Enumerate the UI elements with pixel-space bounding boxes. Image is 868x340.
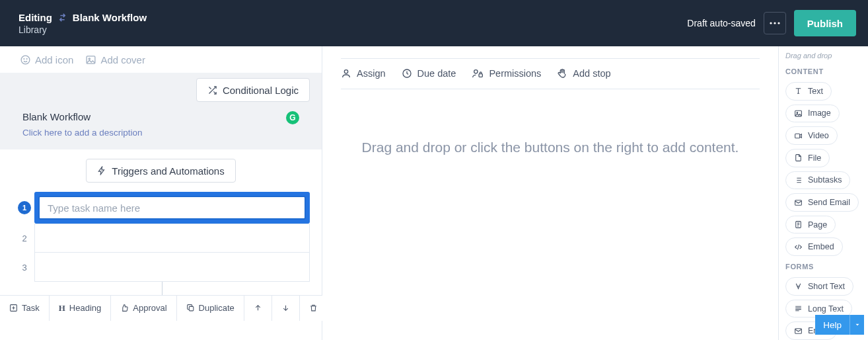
add-icon-button[interactable]: Add icon <box>20 54 73 65</box>
arrow-down-icon <box>281 304 290 312</box>
chip-label: Video <box>808 131 829 140</box>
triggers-label: Triggers and Automations <box>112 165 224 177</box>
permissions-label: Permissions <box>489 68 541 79</box>
workflow-description-placeholder[interactable]: Click here to add a description <box>22 128 310 138</box>
swap-icon <box>57 13 67 22</box>
conditional-logic-button[interactable]: Conditional Logic <box>196 78 310 102</box>
svg-point-3 <box>21 56 30 64</box>
chip-label: Image <box>808 108 831 118</box>
help-button[interactable]: Help <box>815 315 850 335</box>
chip-label: Embed <box>808 242 834 251</box>
widget-send-email[interactable]: Send Email <box>785 193 859 212</box>
chip-label: Short Text <box>808 282 845 291</box>
svg-point-7 <box>89 58 90 59</box>
publish-button[interactable]: Publish <box>794 10 856 36</box>
chevron-down-icon <box>854 321 861 328</box>
long-text-icon <box>794 304 803 313</box>
chip-label: Subtasks <box>808 175 842 185</box>
forms-heading: FORMS <box>785 263 861 271</box>
svg-point-4 <box>24 58 24 59</box>
svg-point-2 <box>778 22 779 24</box>
help-dropdown-toggle[interactable] <box>850 315 864 335</box>
due-date-label: Due date <box>417 68 456 79</box>
approval-label: Approval <box>133 303 166 313</box>
image-icon <box>794 109 803 118</box>
svg-rect-13 <box>479 74 482 77</box>
delete-button[interactable] <box>300 296 327 321</box>
text-icon <box>794 87 803 95</box>
workflow-name: Blank Workflow <box>73 12 147 23</box>
hand-icon <box>557 68 567 79</box>
svg-point-1 <box>774 22 776 24</box>
shuffle-icon <box>207 85 217 95</box>
svg-point-15 <box>797 112 798 114</box>
chip-label: File <box>808 153 821 163</box>
add-cover-button[interactable]: Add cover <box>85 54 145 65</box>
ellipsis-icon <box>770 22 780 24</box>
chip-label: Send Email <box>808 198 850 207</box>
canvas-placeholder[interactable]: Drag and drop or click the buttons on th… <box>341 89 760 340</box>
thumbs-up-icon <box>120 304 129 312</box>
task-number: 2 <box>15 224 34 253</box>
task-number: 3 <box>15 253 34 282</box>
svg-point-10 <box>344 70 347 73</box>
task-name-input[interactable] <box>38 196 306 220</box>
add-approval-button[interactable]: Approval <box>111 296 176 321</box>
breadcrumb[interactable]: Library <box>18 24 147 35</box>
move-down-button[interactable] <box>272 296 300 321</box>
add-stop-label: Add stop <box>573 68 610 79</box>
move-up-button[interactable] <box>244 296 272 321</box>
widget-video[interactable]: Video <box>785 126 838 145</box>
duplicate-button[interactable]: Duplicate <box>177 296 244 321</box>
widget-subtasks[interactable]: Subtasks <box>785 171 850 190</box>
widget-page[interactable]: Page <box>785 216 836 234</box>
page-icon <box>794 220 803 229</box>
task-label: Task <box>22 303 40 313</box>
app-header: Editing Blank Workflow Library Draft aut… <box>0 0 868 46</box>
widget-file[interactable]: File <box>785 149 830 167</box>
assign-button[interactable]: Assign <box>341 68 386 79</box>
heading-label: Heading <box>69 303 101 313</box>
header-title-block: Editing Blank Workflow Library <box>18 12 147 35</box>
due-date-button[interactable]: Due date <box>402 68 456 79</box>
content-heading: CONTENT <box>785 67 861 75</box>
left-panel: Add icon Add cover Conditional Logic <box>0 46 322 340</box>
image-icon <box>85 54 96 65</box>
chip-label: Text <box>808 87 823 96</box>
duplicate-label: Duplicate <box>199 303 235 313</box>
svg-rect-6 <box>87 56 96 63</box>
heading-icon: H <box>59 303 65 314</box>
add-cover-label: Add cover <box>100 54 145 65</box>
widget-short-text[interactable]: Short Text <box>785 277 853 296</box>
person-icon <box>341 68 351 79</box>
chip-label: Long Text <box>808 304 844 314</box>
workflow-title[interactable]: Blank Workflow <box>22 111 310 122</box>
add-task-button[interactable]: Task <box>0 296 50 321</box>
person-lock-icon <box>472 68 484 79</box>
trash-icon <box>309 304 318 312</box>
task-row[interactable]: 2 <box>15 224 310 253</box>
grammarly-badge[interactable]: G <box>286 111 299 124</box>
svg-point-0 <box>770 22 772 24</box>
widget-embed[interactable]: Embed <box>785 237 843 256</box>
video-icon <box>794 132 803 140</box>
envelope-icon <box>794 327 803 335</box>
more-options-button[interactable] <box>764 12 786 34</box>
widget-text[interactable]: Text <box>785 82 832 101</box>
add-stop-button[interactable]: Add stop <box>557 68 610 79</box>
svg-rect-16 <box>795 134 800 138</box>
editing-label: Editing <box>18 12 52 23</box>
drag-drop-hint: Drag and drop <box>785 52 861 60</box>
permissions-button[interactable]: Permissions <box>472 68 541 79</box>
emoji-icon <box>20 54 31 65</box>
task-row[interactable]: 1 <box>15 192 310 224</box>
copy-icon <box>186 304 195 312</box>
add-heading-button[interactable]: H Heading <box>50 296 112 321</box>
widget-image[interactable]: Image <box>785 105 840 123</box>
add-icon-label: Add icon <box>35 54 73 65</box>
svg-point-12 <box>474 70 478 73</box>
file-icon <box>794 153 803 162</box>
triggers-automations-button[interactable]: Triggers and Automations <box>86 159 235 183</box>
task-meta-actions: Assign Due date Permissions Add stop <box>341 59 760 89</box>
task-row[interactable]: 3 <box>15 253 310 282</box>
